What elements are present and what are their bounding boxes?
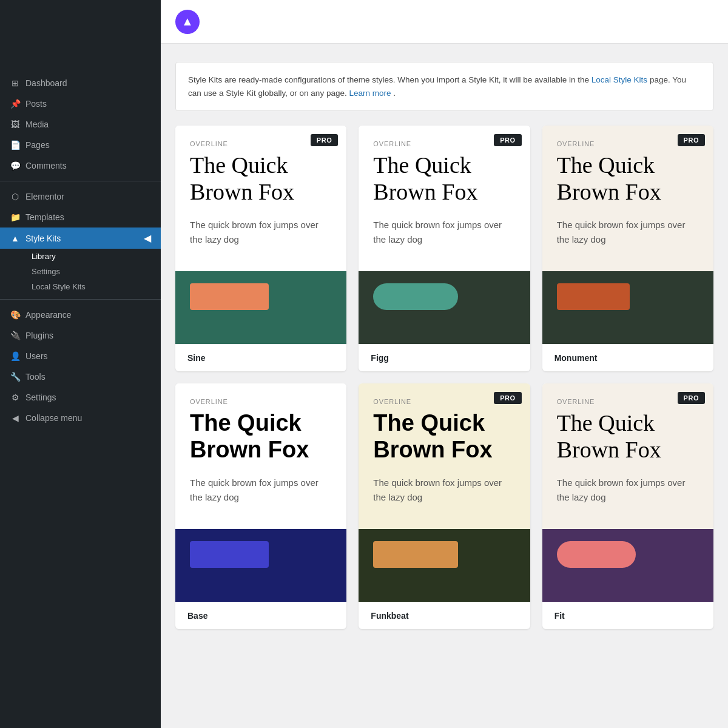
appearance-icon: 🎨	[10, 309, 21, 320]
sidebar-item-label: Appearance	[25, 310, 72, 320]
style-kits-submenu: Library Settings Local Style Kits	[0, 249, 161, 294]
card-heading-fit: The QuickBrown Fox	[557, 410, 699, 463]
sidebar-item-appearance[interactable]: 🎨 Appearance	[0, 305, 161, 325]
topbar-logo[interactable]: ▲	[175, 10, 200, 34]
users-icon: 👤	[10, 351, 21, 362]
card-body-base: The quick brown fox jumps over the lazy …	[190, 476, 332, 505]
sidebar-item-posts[interactable]: 📌 Posts	[0, 93, 161, 114]
card-footer-figg: Figg	[359, 344, 530, 371]
sidebar-item-label: Collapse menu	[25, 413, 82, 423]
cards-grid: PRO OVERLINE The QuickBrown Fox The quic…	[175, 126, 713, 629]
settings-icon: ⚙	[10, 392, 21, 403]
card-footer-fit: Fit	[542, 602, 713, 629]
card-button-sine	[190, 283, 269, 310]
sidebar-item-elementor[interactable]: ⬡ Elementor	[0, 186, 161, 207]
submenu-settings[interactable]: Settings	[22, 264, 161, 279]
sidebar-item-label: Users	[25, 351, 48, 361]
card-bar-funkbeat	[359, 529, 530, 602]
card-preview-sine: OVERLINE The QuickBrown Fox The quick br…	[175, 126, 346, 344]
active-indicator: ◀	[144, 232, 151, 244]
card-body-funkbeat: The quick brown fox jumps over the lazy …	[373, 476, 515, 505]
card-heading-figg: The QuickBrown Fox	[373, 152, 515, 205]
sidebar-item-label: Elementor	[25, 192, 64, 201]
topbar: ▲	[161, 0, 728, 44]
sidebar-item-users[interactable]: 👤 Users	[0, 346, 161, 366]
card-footer-funkbeat: Funkbeat	[359, 602, 530, 629]
sidebar-item-label: Settings	[25, 393, 56, 402]
card-body-fit: The quick brown fox jumps over the lazy …	[557, 476, 699, 505]
submenu-library[interactable]: Library	[22, 249, 161, 264]
style-card-monument[interactable]: PRO OVERLINE The QuickBrown Fox The quic…	[542, 126, 713, 371]
sidebar-item-label: Comments	[25, 161, 67, 170]
collapse-icon: ◀	[10, 413, 21, 423]
sidebar-item-templates[interactable]: 📁 Templates	[0, 207, 161, 228]
posts-icon: 📌	[10, 98, 21, 109]
card-text-area-base: OVERLINE The QuickBrown Fox The quick br…	[175, 383, 346, 529]
style-card-base[interactable]: OVERLINE The QuickBrown Fox The quick br…	[175, 383, 346, 629]
sidebar-item-collapse[interactable]: ◀ Collapse menu	[0, 408, 161, 428]
info-text-before: Style Kits are ready-made configurations…	[188, 75, 592, 84]
sidebar-item-style-kits[interactable]: ▲ Style Kits ◀	[0, 228, 161, 249]
sidebar-item-comments[interactable]: 💬 Comments	[0, 155, 161, 176]
pro-badge-figg: PRO	[494, 134, 522, 146]
card-button-monument	[557, 283, 630, 310]
sidebar-item-tools[interactable]: 🔧 Tools	[0, 366, 161, 387]
comments-icon: 💬	[10, 160, 21, 171]
card-footer-sine: Sine	[175, 344, 346, 371]
sidebar-item-label: Plugins	[25, 331, 53, 340]
card-preview-base: OVERLINE The QuickBrown Fox The quick br…	[175, 383, 346, 602]
local-style-kits-link[interactable]: Local Style Kits	[592, 75, 647, 84]
sidebar-item-label: Templates	[25, 212, 64, 222]
sidebar-item-dashboard[interactable]: ⊞ Dashboard	[0, 73, 161, 93]
sidebar-item-label: Posts	[25, 99, 47, 109]
card-preview-fit: OVERLINE The QuickBrown Fox The quick br…	[542, 383, 713, 602]
dashboard-icon: ⊞	[10, 78, 21, 89]
card-heading-monument: The QuickBrown Fox	[557, 152, 699, 205]
card-text-area-monument: OVERLINE The QuickBrown Fox The quick br…	[542, 126, 713, 271]
sidebar-item-label: Media	[25, 120, 49, 129]
sidebar-item-plugins[interactable]: 🔌 Plugins	[0, 325, 161, 346]
pro-badge-monument: PRO	[678, 134, 706, 146]
sidebar-item-label: Tools	[25, 372, 46, 382]
card-heading-sine: The QuickBrown Fox	[190, 152, 332, 205]
pro-badge-fit: PRO	[678, 392, 706, 404]
card-preview-figg: OVERLINE The QuickBrown Fox The quick br…	[359, 126, 530, 344]
style-kits-icon: ▲	[10, 233, 21, 244]
card-heading-base: The QuickBrown Fox	[190, 410, 332, 463]
plugins-icon: 🔌	[10, 330, 21, 341]
sidebar-item-label: Style Kits	[25, 234, 61, 243]
templates-icon: 📁	[10, 212, 21, 223]
style-card-figg[interactable]: PRO OVERLINE The QuickBrown Fox The quic…	[359, 126, 530, 371]
card-preview-funkbeat: OVERLINE The QuickBrown Fox The quick br…	[359, 383, 530, 602]
card-bar-base	[175, 529, 346, 602]
card-bar-fit	[542, 529, 713, 602]
style-card-fit[interactable]: PRO OVERLINE The QuickBrown Fox The quic…	[542, 383, 713, 629]
card-text-area-fit: OVERLINE The QuickBrown Fox The quick br…	[542, 383, 713, 529]
info-banner: Style Kits are ready-made configurations…	[175, 62, 713, 111]
card-body-figg: The quick brown fox jumps over the lazy …	[373, 218, 515, 247]
sidebar-item-media[interactable]: 🖼 Media	[0, 114, 161, 135]
learn-more-link[interactable]: Learn more	[349, 89, 391, 98]
card-button-base	[190, 541, 269, 568]
style-card-sine[interactable]: PRO OVERLINE The QuickBrown Fox The quic…	[175, 126, 346, 371]
style-card-funkbeat[interactable]: PRO OVERLINE The QuickBrown Fox The quic…	[359, 383, 530, 629]
media-icon: 🖼	[10, 119, 21, 130]
pro-badge-funkbeat: PRO	[494, 392, 522, 404]
card-text-area-figg: OVERLINE The QuickBrown Fox The quick br…	[359, 126, 530, 271]
card-overline-base: OVERLINE	[190, 398, 332, 405]
sidebar-item-label: Dashboard	[25, 78, 67, 88]
card-footer-monument: Monument	[542, 344, 713, 371]
sidebar-item-settings[interactable]: ⚙ Settings	[0, 387, 161, 408]
card-button-fit	[557, 541, 636, 568]
card-footer-base: Base	[175, 602, 346, 629]
card-bar-sine	[175, 271, 346, 344]
card-text-area-funkbeat: OVERLINE The QuickBrown Fox The quick br…	[359, 383, 530, 529]
info-period: .	[393, 89, 396, 98]
sidebar-divider-2	[0, 299, 161, 300]
sidebar: ⊞ Dashboard 📌 Posts 🖼 Media 📄 Pages 💬 Co…	[0, 0, 161, 728]
sidebar-item-pages[interactable]: 📄 Pages	[0, 135, 161, 155]
card-body-sine: The quick brown fox jumps over the lazy …	[190, 218, 332, 247]
card-text-area-sine: OVERLINE The QuickBrown Fox The quick br…	[175, 126, 346, 271]
sidebar-divider-1	[0, 181, 161, 181]
submenu-local-style-kits[interactable]: Local Style Kits	[22, 279, 161, 294]
